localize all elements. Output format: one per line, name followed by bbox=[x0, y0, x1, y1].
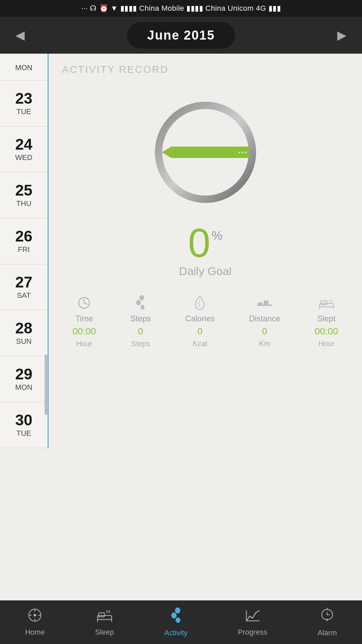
next-month-button[interactable]: ▶ bbox=[332, 28, 352, 42]
month-year-title: June 2015 bbox=[127, 22, 235, 49]
tab-sleep[interactable]: zz Sleep bbox=[88, 605, 121, 640]
steps-value: 0 bbox=[138, 326, 143, 337]
calendar-day-mon-partial[interactable]: MON bbox=[0, 54, 48, 80]
tab-progress[interactable]: Progress bbox=[231, 605, 274, 640]
progress-dot bbox=[239, 152, 240, 153]
stat-distance: Distance 0 Km bbox=[249, 294, 280, 348]
calendar-day-label: FRI bbox=[18, 245, 29, 254]
svg-rect-8 bbox=[258, 303, 262, 305]
svg-point-16 bbox=[34, 614, 36, 616]
calendar-day-23[interactable]: 23 TUE bbox=[0, 80, 48, 126]
activity-panel: ACTIVITY RECORD bbox=[49, 54, 362, 600]
tab-alarm[interactable]: Alarm bbox=[311, 604, 344, 641]
time-value: 00:00 bbox=[72, 326, 96, 337]
slept-unit: Hour bbox=[318, 339, 335, 348]
progress-bar bbox=[162, 147, 249, 158]
tab-activity[interactable]: Activity bbox=[158, 604, 194, 641]
tab-sleep-label: Sleep bbox=[95, 628, 114, 637]
calendar-day-number: 27 bbox=[15, 274, 32, 290]
calendar-day-label: TUE bbox=[16, 429, 31, 438]
calendar-day-25[interactable]: 25 THU bbox=[0, 172, 48, 218]
steps-label: Steps bbox=[130, 314, 151, 323]
progress-dots bbox=[239, 152, 246, 153]
calendar-day-label: THU bbox=[16, 199, 31, 208]
stats-row: Time 00:00 Hour Steps 0 Steps bbox=[49, 294, 362, 348]
progress-track bbox=[171, 147, 249, 158]
tab-alarm-label: Alarm bbox=[318, 629, 337, 637]
prev-month-button[interactable]: ◀ bbox=[10, 28, 30, 42]
svg-rect-31 bbox=[326, 619, 328, 621]
alarm-icon bbox=[320, 607, 334, 626]
progress-arrow-icon bbox=[162, 147, 171, 158]
calendar-day-29[interactable]: 29 MON bbox=[0, 356, 48, 402]
svg-text:zz: zz bbox=[106, 609, 111, 614]
main-content: MON 23 TUE 24 WED 25 THU 26 FRI 27 SAT bbox=[0, 54, 362, 600]
calendar-day-label: TUE bbox=[16, 107, 31, 116]
progress-icon bbox=[245, 608, 260, 625]
slept-value: 00:00 bbox=[315, 326, 338, 337]
calendar-day-label: MON bbox=[15, 383, 32, 392]
calendar-day-number: 28 bbox=[15, 320, 32, 336]
header-nav: ◀ June 2015 ▶ bbox=[0, 17, 362, 54]
calendar-day-30[interactable]: 30 TUE bbox=[0, 402, 48, 448]
tab-activity-label: Activity bbox=[164, 629, 188, 637]
status-bar: ··· ☊ ⏰ ▼ ▮▮▮▮ China Mobile ▮▮▮▮ China U… bbox=[0, 0, 362, 17]
calendar-day-number: 23 bbox=[15, 91, 32, 106]
time-icon bbox=[78, 294, 90, 311]
calendar-day-27[interactable]: 27 SAT bbox=[0, 264, 48, 310]
stat-time: Time 00:00 Hour bbox=[72, 294, 96, 348]
svg-rect-22 bbox=[99, 613, 105, 617]
svg-rect-7 bbox=[257, 305, 273, 306]
calendar-day-label: SAT bbox=[17, 291, 31, 300]
svg-point-27 bbox=[171, 612, 177, 619]
tab-home[interactable]: Home bbox=[18, 605, 52, 640]
calendar-day-name: MON bbox=[15, 63, 32, 72]
distance-value: 0 bbox=[262, 326, 267, 337]
steps-unit: Steps bbox=[131, 339, 150, 348]
daily-goal-label: Daily Goal bbox=[179, 265, 232, 278]
svg-point-5 bbox=[136, 300, 141, 306]
calories-label: Calories bbox=[185, 314, 215, 323]
svg-rect-9 bbox=[264, 301, 268, 305]
tab-home-label: Home bbox=[25, 628, 45, 637]
scroll-indicator[interactable] bbox=[45, 355, 47, 415]
percentage-number: 0 bbox=[188, 223, 210, 263]
calendar-list: MON 23 TUE 24 WED 25 THU 26 FRI 27 SAT bbox=[0, 54, 49, 448]
sleep-icon: zz bbox=[97, 608, 112, 625]
tab-bar: Home zz Sleep Activity bbox=[0, 600, 362, 644]
progress-dot bbox=[245, 152, 246, 153]
svg-rect-11 bbox=[321, 301, 327, 305]
progress-dot bbox=[242, 152, 243, 153]
svg-text:zz: zz bbox=[329, 299, 333, 303]
status-bar-text: ··· ☊ ⏰ ▼ ▮▮▮▮ China Mobile ▮▮▮▮ China U… bbox=[81, 4, 281, 13]
activity-icon bbox=[169, 607, 183, 626]
time-label: Time bbox=[75, 314, 93, 323]
section-title: ACTIVITY RECORD bbox=[62, 64, 169, 75]
calendar-day-number: 30 bbox=[15, 412, 32, 428]
distance-unit: Km bbox=[259, 339, 270, 348]
svg-line-3 bbox=[84, 303, 87, 304]
stat-calories: Calories 0 Kcal bbox=[185, 294, 215, 348]
tab-progress-label: Progress bbox=[238, 628, 267, 637]
stat-steps: Steps 0 Steps bbox=[130, 294, 151, 348]
distance-icon bbox=[256, 294, 273, 311]
calendar-day-number: 26 bbox=[15, 228, 32, 244]
calories-value: 0 bbox=[197, 326, 203, 337]
svg-point-26 bbox=[175, 607, 180, 613]
calendar-day-number: 24 bbox=[15, 137, 32, 152]
percentage-symbol: % bbox=[212, 229, 223, 243]
steps-icon bbox=[134, 294, 147, 311]
calories-unit: Kcal bbox=[193, 339, 207, 348]
calendar-day-label: WED bbox=[15, 153, 32, 162]
calendar-day-26[interactable]: 26 FRI bbox=[0, 218, 48, 264]
svg-point-28 bbox=[176, 618, 180, 623]
calendar-day-label: SUN bbox=[16, 337, 32, 346]
slept-label: Slept bbox=[317, 314, 336, 323]
calories-icon bbox=[194, 294, 205, 311]
calendar-day-28[interactable]: 28 SUN bbox=[0, 310, 48, 356]
svg-point-6 bbox=[140, 305, 144, 310]
calendar-day-24[interactable]: 24 WED bbox=[0, 126, 48, 172]
svg-point-4 bbox=[139, 295, 144, 301]
distance-label: Distance bbox=[249, 314, 280, 323]
percentage-display: 0 % bbox=[188, 223, 223, 263]
